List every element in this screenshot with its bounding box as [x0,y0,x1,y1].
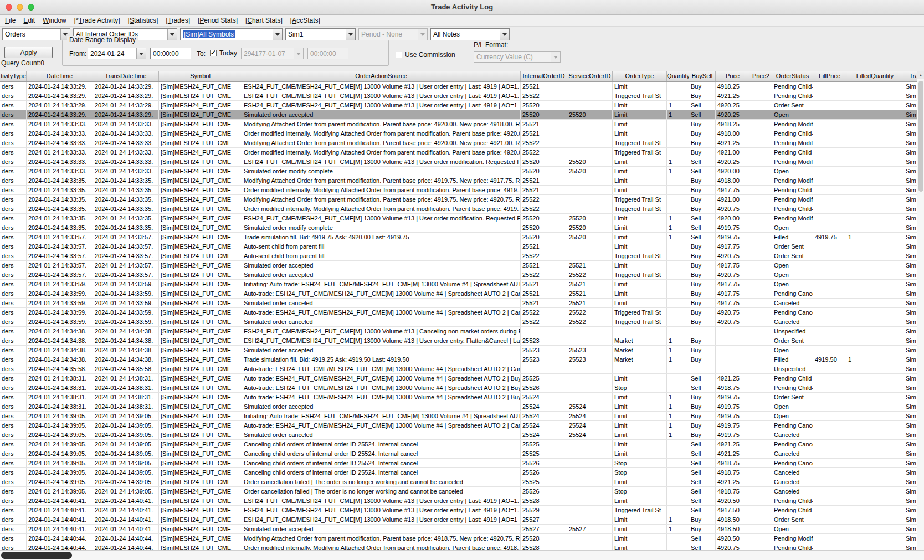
column-header-trans_datetime[interactable]: TransDateTime [93,71,159,81]
apply-button[interactable]: Apply [4,47,53,58]
table-row[interactable]: ders2024-01-24 14:33:35.2024-01-24 14:33… [0,176,917,186]
table-row[interactable]: ders2024-01-24 14:40:41.2024-01-24 14:40… [0,525,917,534]
from-time-input[interactable] [150,48,191,59]
vertical-scrollbar[interactable]: ▲ [917,71,924,550]
minimize-window-button[interactable] [17,4,23,11]
table-row[interactable]: ders2024-01-24 14:39:05.2024-01-24 14:39… [0,468,917,477]
column-header-trade_account[interactable]: Tra [904,71,917,81]
scroll-up-arrow-icon[interactable]: ▲ [917,71,924,79]
today-checkbox[interactable]: Today [210,49,237,57]
table-row[interactable]: ders2024-01-24 14:34:38.2024-01-24 14:34… [0,346,917,355]
table-row[interactable]: ders2024-01-24 14:33:57.2024-01-24 14:33… [0,251,917,261]
table-row[interactable]: ders2024-01-24 14:39:05.2024-01-24 14:39… [0,459,917,468]
table-row[interactable]: ders2024-01-24 14:33:33.2024-01-24 14:33… [0,120,917,129]
table-row[interactable]: ders2024-01-24 14:33:35.2024-01-24 14:33… [0,214,917,223]
table-row[interactable]: ders2024-01-24 14:34:38.2024-01-24 14:34… [0,327,917,336]
table-row[interactable]: ders2024-01-24 14:39:05.2024-01-24 14:39… [0,477,917,487]
table-row[interactable]: ders2024-01-24 14:33:29.2024-01-24 14:33… [0,101,917,110]
chevron-down-icon[interactable] [500,29,509,40]
table-row[interactable]: ders2024-01-24 14:38:31.2024-01-24 14:38… [0,383,917,393]
checkbox-box[interactable] [396,52,402,58]
zoom-window-button[interactable] [28,4,34,11]
menu-item-statistics[interactable]: [Statistics] [124,17,162,24]
menu-item-edit[interactable]: Edit [19,17,39,24]
column-header-symbol[interactable]: Symbol [159,71,242,81]
table-row[interactable]: ders2024-01-24 14:33:33.2024-01-24 14:33… [0,157,917,167]
symbols-combo[interactable]: [Sim]All Symbols [180,28,283,40]
column-header-filled_quantity[interactable]: FilledQuantity [846,71,904,81]
table-row[interactable]: ders2024-01-24 14:33:59.2024-01-24 14:33… [0,299,917,308]
table-row[interactable]: ders2024-01-24 14:33:59.2024-01-24 14:33… [0,289,917,299]
table-row[interactable]: ders2024-01-24 14:35:58.2024-01-24 14:35… [0,364,917,374]
table-row[interactable]: ders2024-01-24 14:33:57.2024-01-24 14:33… [0,270,917,280]
table-row[interactable]: ders2024-01-24 14:33:33.2024-01-24 14:33… [0,148,917,157]
table-row[interactable]: ders2024-01-24 14:40:41.2024-01-24 14:40… [0,506,917,515]
menu-item-trades[interactable]: [Trades] [162,17,194,24]
table-row[interactable]: ders2024-01-24 14:39:05.2024-01-24 14:39… [0,421,917,430]
menu-item-chart-stats[interactable]: [Chart Stats] [242,17,286,24]
table-row[interactable]: ders2024-01-24 14:33:57.2024-01-24 14:33… [0,233,917,242]
notes-combo[interactable]: All Notes [430,28,510,40]
table-row[interactable]: ders2024-01-24 14:33:59.2024-01-24 14:33… [0,308,917,317]
table-row[interactable]: ders2024-01-24 14:40:44.2024-01-24 14:40… [0,534,917,543]
table-row[interactable]: ders2024-01-24 14:40:41.2024-01-24 14:40… [0,515,917,525]
column-header-fill_price[interactable]: FillPrice [813,71,846,81]
table-row[interactable]: ders2024-01-24 14:33:29.2024-01-24 14:33… [0,110,917,120]
table-row[interactable]: ders2024-01-24 14:38:31.2024-01-24 14:38… [0,393,917,402]
column-header-activity_type[interactable]: tivityType [0,71,27,81]
table-row[interactable]: ders2024-01-24 14:33:59.2024-01-24 14:33… [0,280,917,289]
menu-item-window[interactable]: Window [39,17,70,24]
chevron-down-icon[interactable] [273,29,282,40]
column-header-order_action_source[interactable]: OrderActionSource [242,71,521,81]
table-row[interactable]: ders2024-01-24 14:33:35.2024-01-24 14:33… [0,204,917,214]
use-commission-checkbox[interactable]: Use Commission [396,51,455,59]
column-header-price[interactable]: Price [716,71,750,81]
menu-item-period-stats[interactable]: [Period Stats] [194,17,242,24]
from-date-combo[interactable]: 2024-01-24 [88,48,146,59]
table-row[interactable]: ders2024-01-24 14:38:31.2024-01-24 14:38… [0,402,917,412]
table-row[interactable]: ders2024-01-24 14:39:05.2024-01-24 14:39… [0,487,917,496]
column-header-order_type[interactable]: OrderType [613,71,667,81]
table-row[interactable]: ders2024-01-24 14:40:44.2024-01-24 14:40… [0,543,917,550]
horizontal-scrollbar-thumb[interactable] [1,552,72,559]
menu-item-file[interactable]: File [1,17,19,24]
chevron-down-icon[interactable] [167,29,177,40]
table-row[interactable]: ders2024-01-24 14:39:05.2024-01-24 14:39… [0,412,917,421]
cell-order_type: Limit [613,261,667,270]
close-window-button[interactable] [6,4,12,11]
table-row[interactable]: ders2024-01-24 14:38:31.2024-01-24 14:38… [0,374,917,383]
column-header-datetime[interactable]: DateTime [27,71,93,81]
column-header-price2[interactable]: Price2 [750,71,772,81]
column-header-quantity[interactable]: Quantity [667,71,689,81]
column-header-service_order_id[interactable]: ServiceOrderID [567,71,613,81]
orders-type-combo[interactable]: Orders [2,28,70,40]
table-row[interactable]: ders2024-01-24 14:33:33.2024-01-24 14:33… [0,129,917,138]
table-row[interactable]: ders2024-01-24 14:33:59.2024-01-24 14:33… [0,317,917,327]
horizontal-scrollbar[interactable] [0,550,924,560]
table-row[interactable]: ders2024-01-24 14:39:05.2024-01-24 14:39… [0,449,917,459]
chevron-down-icon[interactable] [346,29,355,40]
table-row[interactable]: ders2024-01-24 14:33:33.2024-01-24 14:33… [0,138,917,148]
column-header-buy_sell[interactable]: BuySell [689,71,716,81]
column-header-order_status[interactable]: OrderStatus [772,71,813,81]
table-row[interactable]: ders2024-01-24 14:40:41.2024-01-24 14:40… [0,496,917,506]
table-row[interactable]: ders2024-01-24 14:34:38.2024-01-24 14:34… [0,355,917,364]
chevron-down-icon[interactable] [136,48,146,59]
table-row[interactable]: ders2024-01-24 14:34:38.2024-01-24 14:34… [0,336,917,346]
vertical-scrollbar-thumb[interactable] [918,81,923,192]
menu-item-accstats[interactable]: [AccStats] [286,17,324,24]
table-row[interactable]: ders2024-01-24 14:33:57.2024-01-24 14:33… [0,242,917,251]
menu-item-trade-activity[interactable]: [*Trade Activity] [70,17,124,24]
table-row[interactable]: ders2024-01-24 14:33:35.2024-01-24 14:33… [0,223,917,233]
table-row[interactable]: ders2024-01-24 14:33:29.2024-01-24 14:33… [0,91,917,101]
column-header-internal_order_id[interactable]: InternalOrderID [521,71,567,81]
table-row[interactable]: ders2024-01-24 14:39:05.2024-01-24 14:39… [0,430,917,440]
table-row[interactable]: ders2024-01-24 14:33:35.2024-01-24 14:33… [0,186,917,195]
table-row[interactable]: ders2024-01-24 14:33:33.2024-01-24 14:33… [0,167,917,176]
table-row[interactable]: ders2024-01-24 14:33:35.2024-01-24 14:33… [0,195,917,204]
account-combo[interactable]: Sim1 [285,28,356,40]
table-row[interactable]: ders2024-01-24 14:33:57.2024-01-24 14:33… [0,261,917,270]
table-row[interactable]: ders2024-01-24 14:33:29.2024-01-24 14:33… [0,82,917,91]
table-row[interactable]: ders2024-01-24 14:39:05.2024-01-24 14:39… [0,440,917,449]
checkbox-box[interactable] [210,50,217,56]
